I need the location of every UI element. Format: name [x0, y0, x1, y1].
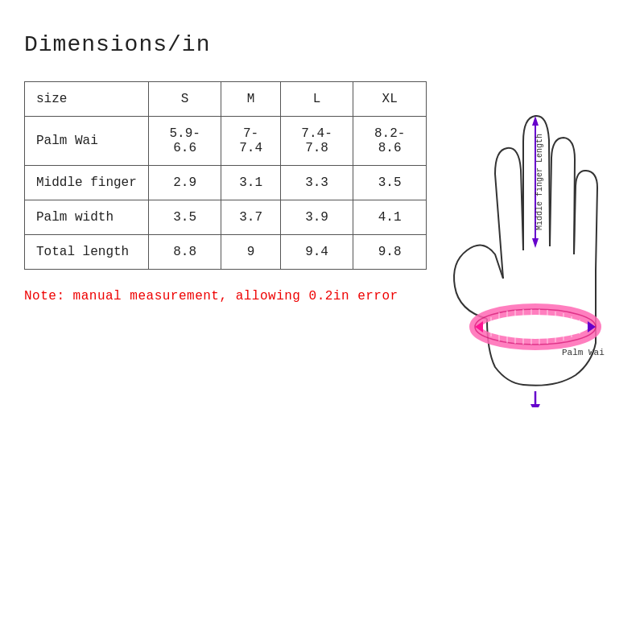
header-cell-1: S [148, 82, 221, 117]
cell-1-1: 2.9 [148, 166, 221, 200]
table-row: Palm width3.53.73.94.1 [25, 200, 427, 235]
table-section: sizeSMLXLPalm Wai5.9-6.67-7.47.4-7.88.2-… [24, 81, 427, 303]
svg-marker-2 [532, 238, 539, 248]
cell-2-1: 3.5 [148, 200, 221, 235]
cell-3-1: 8.8 [148, 235, 221, 270]
svg-marker-9 [530, 404, 540, 407]
palm-label: Palm Wai [562, 348, 605, 357]
cell-3-0: Total length [25, 235, 149, 270]
header-cell-3: L [280, 82, 353, 117]
cell-0-3: 7.4-7.8 [280, 117, 353, 166]
cell-2-2: 3.7 [221, 200, 280, 235]
header-cell-2: M [221, 82, 280, 117]
cell-0-0: Palm Wai [25, 117, 149, 166]
header-cell-4: XL [353, 82, 427, 117]
cell-2-4: 4.1 [353, 200, 427, 235]
header-cell-0: size [25, 82, 149, 117]
diagram-section: Middle finger Length Palm Wai [443, 81, 620, 419]
cell-1-3: 3.3 [280, 166, 353, 200]
cell-1-4: 3.5 [353, 166, 427, 200]
svg-marker-1 [532, 116, 539, 126]
cell-3-4: 9.8 [353, 235, 427, 270]
svg-text:Middle finger Length: Middle finger Length [535, 134, 544, 230]
cell-2-3: 3.9 [280, 200, 353, 235]
cell-2-0: Palm width [25, 200, 149, 235]
table-row: Middle finger2.93.13.33.5 [25, 166, 427, 200]
cell-3-3: 9.4 [280, 235, 353, 270]
cell-0-2: 7-7.4 [221, 117, 280, 166]
table-row: Palm Wai5.9-6.67-7.47.4-7.88.2-8.6 [25, 117, 427, 166]
content-area: sizeSMLXLPalm Wai5.9-6.67-7.47.4-7.88.2-… [24, 81, 620, 419]
cell-1-2: 3.1 [221, 166, 280, 200]
note-text: Note: manual measurement, allowing 0.2in… [24, 289, 427, 303]
dimensions-table: sizeSMLXLPalm Wai5.9-6.67-7.47.4-7.88.2-… [24, 81, 427, 270]
page-title: Dimensions/in [24, 32, 620, 57]
cell-0-4: 8.2-8.6 [353, 117, 427, 166]
hand-diagram: Middle finger Length Palm Wai [443, 93, 620, 407]
cell-0-1: 5.9-6.6 [148, 117, 221, 166]
cell-3-2: 9 [221, 235, 280, 270]
cell-1-0: Middle finger [25, 166, 149, 200]
table-row: Total length8.899.49.8 [25, 235, 427, 270]
page-container: Dimensions/in sizeSMLXLPalm Wai5.9-6.67-… [0, 0, 644, 644]
